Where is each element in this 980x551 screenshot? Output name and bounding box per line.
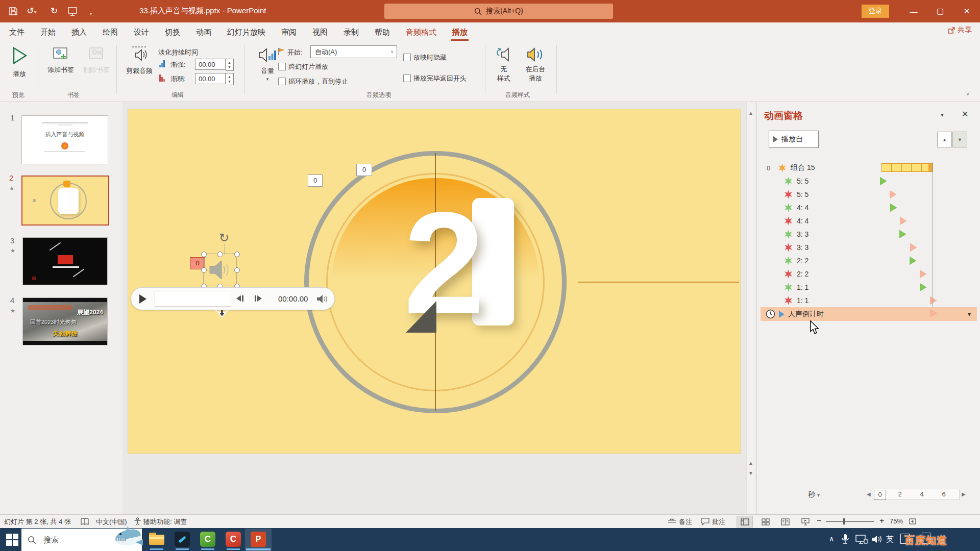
volume-button[interactable]: 音量 ▾ xyxy=(255,46,280,82)
save-icon[interactable] xyxy=(7,5,19,17)
play-in-background-button[interactable]: 在后台 播放 xyxy=(521,46,550,83)
login-button[interactable]: 登录 xyxy=(862,5,889,18)
add-bookmark-button[interactable]: 添加书签 xyxy=(45,46,77,74)
start-dropdown[interactable]: 自动(A) ˅ xyxy=(310,45,397,58)
collapse-ribbon-icon[interactable]: ˅ xyxy=(966,91,969,97)
video-editor-app-icon[interactable] xyxy=(175,532,190,547)
file-explorer-icon[interactable] xyxy=(149,532,164,546)
zoom-slider-thumb[interactable] xyxy=(843,518,845,524)
zoom-slider-track[interactable] xyxy=(826,521,874,522)
pane-close-icon[interactable]: ✕ xyxy=(962,109,968,119)
speaker-icon[interactable] xyxy=(872,535,883,544)
animation-item[interactable]: 1: 1 xyxy=(761,281,980,294)
audio-object-selection[interactable] xyxy=(203,254,237,286)
animation-item[interactable]: 3: 3 xyxy=(761,228,980,241)
animation-item[interactable]: 1: 1 xyxy=(761,294,980,307)
tab-draw[interactable]: 绘图 xyxy=(102,22,119,42)
item-dropdown-caret-icon[interactable]: ▾ xyxy=(968,311,971,318)
timeline-marker[interactable] xyxy=(910,257,916,265)
timeline-scroll-left-icon[interactable]: ◀ xyxy=(867,491,871,497)
move-earlier-button[interactable]: ▲ xyxy=(937,132,952,147)
animation-item[interactable]: 3: 3 xyxy=(761,241,980,254)
tab-help[interactable]: 帮助 xyxy=(374,22,391,42)
network-display-icon[interactable] xyxy=(855,535,868,544)
resize-handle[interactable] xyxy=(234,252,240,257)
player-play-button[interactable] xyxy=(139,294,146,304)
timeline-marker[interactable] xyxy=(920,283,926,291)
player-progress-track[interactable] xyxy=(155,291,231,307)
timeline-marker[interactable] xyxy=(930,309,937,317)
pane-menu-caret-icon[interactable]: ▾ xyxy=(941,111,944,118)
no-style-button[interactable]: 无 样式 xyxy=(491,46,517,83)
scroll-up-icon[interactable]: ▲ xyxy=(747,110,754,116)
play-from-button[interactable]: 播放自 xyxy=(769,131,819,148)
timeline-scroll-right-icon[interactable]: ▶ xyxy=(962,491,966,497)
redo-icon[interactable]: ↻ xyxy=(48,5,60,17)
zoom-out-button[interactable]: − xyxy=(817,516,821,525)
tab-view[interactable]: 视图 xyxy=(311,22,329,42)
camtasia-green-app-icon[interactable]: C xyxy=(200,532,215,547)
zoom-in-button[interactable]: + xyxy=(879,516,884,525)
animation-item[interactable]: 5: 5 xyxy=(761,188,980,201)
fade-in-input[interactable]: 00.00 xyxy=(195,59,226,70)
timeline-marker[interactable] xyxy=(880,177,887,185)
slide-canvas[interactable]: 2 0 0 0 ↻ xyxy=(128,109,741,454)
tab-review[interactable]: 审阅 xyxy=(280,22,298,42)
comments-button[interactable]: 批注 xyxy=(712,517,725,527)
maximize-button[interactable]: ▢ xyxy=(927,0,953,22)
tab-transitions[interactable]: 切换 xyxy=(164,22,181,42)
animation-badge-2[interactable]: 0 xyxy=(356,164,372,176)
animation-badge-1[interactable]: 0 xyxy=(308,174,323,187)
slide-thumbnail-2[interactable] xyxy=(21,176,109,226)
tab-playback[interactable]: 播放 xyxy=(451,22,469,42)
animation-item[interactable]: 2: 2 xyxy=(761,267,980,281)
slideshow-view-button[interactable] xyxy=(797,516,814,528)
animation-item[interactable]: 5: 5 xyxy=(761,174,980,188)
play-across-slides-checkbox[interactable] xyxy=(278,63,286,70)
timeline-marker[interactable] xyxy=(920,270,926,278)
accessibility-status[interactable]: 辅助功能: 调查 xyxy=(143,517,187,527)
slide-thumbnail-3[interactable] xyxy=(22,237,108,285)
timeline-marker[interactable] xyxy=(930,296,937,305)
normal-view-button[interactable] xyxy=(737,516,753,528)
timeline-bar[interactable] xyxy=(881,163,933,172)
tab-animations[interactable]: 动画 xyxy=(195,22,212,42)
tab-slideshow[interactable]: 幻灯片放映 xyxy=(226,22,266,42)
accessibility-icon[interactable] xyxy=(134,517,141,526)
player-forward-button[interactable] xyxy=(255,295,262,302)
rewind-after-playing-checkbox[interactable] xyxy=(403,74,411,82)
slide-thumbnail-1[interactable]: 插入声音与视频 xyxy=(21,115,108,164)
share-button[interactable]: 共享 xyxy=(948,26,972,35)
shark-mascot-icon[interactable] xyxy=(113,526,144,550)
camtasia-red-app-icon[interactable]: C xyxy=(226,532,241,547)
resize-handle[interactable] xyxy=(234,267,240,273)
close-button[interactable]: ✕ xyxy=(953,0,980,22)
start-button-icon[interactable] xyxy=(6,534,18,546)
timeline-marker[interactable] xyxy=(899,230,906,238)
notes-button[interactable]: 备注 xyxy=(679,517,692,527)
animation-item[interactable]: 2: 2 xyxy=(761,254,980,267)
resize-handle[interactable] xyxy=(201,252,207,257)
timeline-scale[interactable]: 0 2 4 6 xyxy=(873,489,960,500)
slide-thumbnail-4[interactable]: 展望2024 回首2023时光匆匆 天创辉煌 xyxy=(22,297,108,345)
undo-icon[interactable]: ↺▾ xyxy=(26,5,38,17)
trim-audio-button[interactable]: 剪裁音频 xyxy=(124,46,155,76)
qat-customize-icon[interactable]: ▾ xyxy=(85,8,97,20)
tab-audio-format[interactable]: 音频格式 xyxy=(405,22,437,42)
search-box[interactable]: 搜索(Alt+Q) xyxy=(384,4,613,19)
slide-sorter-view-button[interactable] xyxy=(757,516,774,528)
resize-handle[interactable] xyxy=(201,267,207,273)
player-volume-icon[interactable] xyxy=(316,294,328,304)
spellcheck-book-icon[interactable] xyxy=(81,518,89,525)
start-slideshow-icon[interactable] xyxy=(66,5,79,17)
resize-handle[interactable] xyxy=(217,252,223,257)
tab-design[interactable]: 设计 xyxy=(133,22,150,42)
timeline-marker[interactable] xyxy=(900,217,906,225)
powerpoint-taskbar-highlight[interactable]: P xyxy=(245,529,272,550)
fade-out-spinner[interactable]: ▲▼ xyxy=(226,73,234,85)
language-indicator[interactable]: 中文(中国) xyxy=(96,517,127,527)
loop-until-stopped-checkbox[interactable] xyxy=(278,78,286,85)
zoom-level[interactable]: 75% xyxy=(890,517,903,525)
scroll-down-icon[interactable]: ▲ xyxy=(747,460,754,466)
canvas-scrollbar[interactable] xyxy=(746,102,755,514)
